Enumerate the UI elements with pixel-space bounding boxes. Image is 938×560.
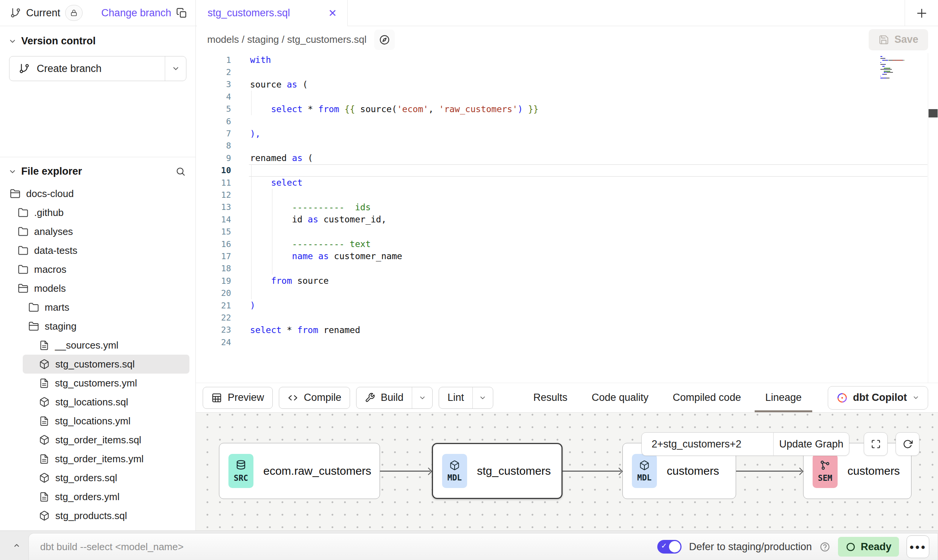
- explore-button[interactable]: [374, 30, 395, 50]
- dbt-copilot-button[interactable]: dbt Copilot: [828, 386, 928, 410]
- editor-scrollbar[interactable]: [928, 53, 938, 383]
- fullscreen-button[interactable]: [864, 432, 888, 456]
- create-branch-dropdown[interactable]: [165, 56, 186, 81]
- panel-tab-lineage[interactable]: Lineage: [764, 383, 803, 412]
- line-number: 6: [196, 117, 231, 126]
- model-icon: [639, 460, 650, 471]
- code-line[interactable]: 12: [196, 189, 938, 201]
- file-tree-item[interactable]: stg_order_items.sql: [0, 430, 195, 449]
- code-line[interactable]: 6: [196, 115, 938, 127]
- create-branch-button[interactable]: Create branch: [9, 56, 186, 81]
- status-label: Ready: [861, 541, 891, 553]
- status-badge[interactable]: Ready: [838, 537, 899, 557]
- create-branch-main[interactable]: Create branch: [9, 56, 165, 81]
- file-explorer-header[interactable]: File explorer: [0, 157, 195, 182]
- defer-toggle[interactable]: ✓: [657, 540, 682, 554]
- code-line[interactable]: 5 select * from {{ source('ecom', 'raw_c…: [196, 103, 938, 115]
- code-line[interactable]: 20: [196, 287, 938, 299]
- file-tree-item[interactable]: stg_order_items.yml: [0, 449, 195, 468]
- code-line[interactable]: 9renamed as (: [196, 152, 938, 164]
- lint-dropdown[interactable]: [472, 387, 493, 408]
- update-graph-button[interactable]: Update Graph: [773, 433, 849, 455]
- preview-button[interactable]: Preview: [203, 387, 273, 409]
- more-options-button[interactable]: ●●●: [907, 535, 929, 558]
- refresh-button[interactable]: [896, 432, 919, 456]
- code-line[interactable]: 14 id as customer_id,: [196, 213, 938, 225]
- code-line[interactable]: 1with: [196, 54, 938, 66]
- command-input[interactable]: dbt build --select <model_name> ✓ Defer …: [28, 533, 938, 560]
- file-tree-item[interactable]: docs-cloud: [0, 184, 195, 203]
- code-line[interactable]: 2: [196, 66, 938, 78]
- line-number: 23: [196, 325, 231, 335]
- wrench-icon: [365, 393, 375, 403]
- save-icon: [879, 34, 889, 45]
- lineage-node-stg_customers[interactable]: MDLstg_customers: [432, 443, 563, 499]
- file-tree-item[interactable]: models: [0, 279, 195, 298]
- panel-tab-results[interactable]: Results: [532, 383, 569, 412]
- scrollbar-thumb[interactable]: [929, 109, 938, 117]
- tab-stg-customers[interactable]: stg_customers.sql ✕: [197, 0, 348, 26]
- file-tree-item[interactable]: stg_locations.yml: [0, 411, 195, 430]
- code-line[interactable]: 15: [196, 225, 938, 238]
- panel-tab-compiled-code[interactable]: Compiled code: [671, 383, 743, 412]
- panel-tab-code-quality[interactable]: Code quality: [590, 383, 650, 412]
- code-editor[interactable]: 1with23source as (45 select * from {{ so…: [196, 53, 938, 383]
- code-line[interactable]: 13 ---------- ids: [196, 201, 938, 213]
- code-line[interactable]: 7),: [196, 127, 938, 139]
- line-number: 16: [196, 239, 231, 249]
- folder-open-icon: [18, 283, 28, 294]
- code-line[interactable]: 17 name as customer_name: [196, 250, 938, 262]
- code-line[interactable]: 10: [196, 164, 938, 177]
- code-line[interactable]: 16 ---------- text: [196, 238, 938, 250]
- version-control-header[interactable]: Version control: [0, 26, 195, 51]
- file-tree-item[interactable]: stg_products.sql: [0, 506, 195, 525]
- copy-icon[interactable]: [176, 8, 187, 19]
- model-icon: [39, 397, 50, 407]
- copilot-logo-icon: [836, 392, 848, 404]
- lineage-filter-input[interactable]: 2+stg_customers+2: [642, 433, 773, 455]
- status-cluster: ✓ Defer to staging/production Ready ●●●: [657, 535, 938, 558]
- file-tree-item[interactable]: .github: [0, 203, 195, 222]
- file-tree-item[interactable]: stg_customers.sql: [23, 355, 189, 374]
- file-tree-item[interactable]: marts: [0, 298, 195, 317]
- file-name: staging: [45, 321, 77, 332]
- code-line[interactable]: 21): [196, 299, 938, 311]
- code-line[interactable]: 18: [196, 263, 938, 275]
- help-icon[interactable]: [819, 541, 830, 552]
- code-line[interactable]: 3source as (: [196, 78, 938, 91]
- code-line[interactable]: 23select * from renamed: [196, 324, 938, 336]
- lineage-node-ecom-raw_customers[interactable]: SRCecom.raw_customers: [219, 443, 380, 499]
- code-line[interactable]: 8: [196, 140, 938, 152]
- change-branch-link[interactable]: Change branch: [101, 7, 171, 19]
- search-icon[interactable]: [175, 166, 186, 177]
- code-line[interactable]: 24: [196, 336, 938, 348]
- file-tree-item[interactable]: stg_customers.yml: [0, 374, 195, 393]
- code-line[interactable]: 11 select: [196, 177, 938, 189]
- code-line[interactable]: 4: [196, 91, 938, 103]
- close-icon[interactable]: ✕: [328, 7, 337, 19]
- file-tree-item[interactable]: stg_orders.yml: [0, 487, 195, 506]
- lineage-panel[interactable]: SRCecom.raw_customersMDLstg_customersMDL…: [196, 412, 938, 530]
- save-button[interactable]: Save: [869, 29, 928, 50]
- file-tree-item[interactable]: macros: [0, 260, 195, 279]
- minimap[interactable]: [880, 56, 901, 80]
- file-tree-item[interactable]: staging: [0, 317, 195, 336]
- expand-command-bar-button[interactable]: [7, 531, 27, 560]
- file-tree-item[interactable]: data-tests: [0, 241, 195, 260]
- code-line[interactable]: 22: [196, 311, 938, 324]
- lint-button[interactable]: Lint: [439, 387, 493, 409]
- file-tree-item[interactable]: analyses: [0, 222, 195, 241]
- breadcrumb-row: models / staging / stg_customers.sql Sav…: [196, 26, 938, 53]
- line-number: 19: [196, 276, 231, 286]
- file-tree-item[interactable]: stg_orders.sql: [0, 468, 195, 487]
- new-tab-button[interactable]: [905, 0, 938, 26]
- code-line[interactable]: 19 from source: [196, 275, 938, 287]
- app-window: Current Change branch Version control Cr…: [0, 0, 938, 530]
- compile-button[interactable]: Compile: [279, 387, 350, 409]
- build-button[interactable]: Build: [356, 387, 433, 409]
- file-tree-item[interactable]: __sources.yml: [0, 336, 195, 355]
- file-tree: docs-cloud.githubanalysesdata-testsmacro…: [0, 184, 195, 525]
- file-tree-item[interactable]: stg_locations.sql: [0, 393, 195, 411]
- build-dropdown[interactable]: [412, 387, 432, 408]
- lint-label: Lint: [447, 392, 464, 404]
